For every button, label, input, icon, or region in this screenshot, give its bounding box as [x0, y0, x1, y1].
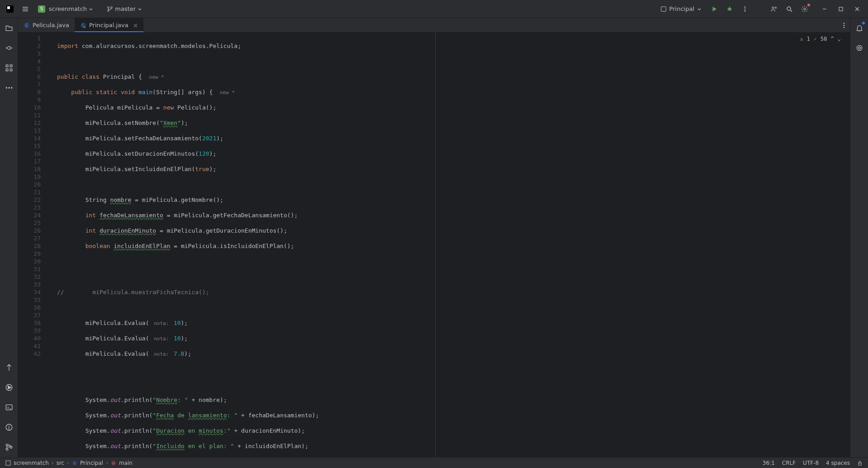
project-selector[interactable]: S screenmatch — [34, 4, 97, 14]
chevron-right-icon: › — [106, 460, 108, 466]
warning-icon: ⚠ — [800, 35, 803, 43]
tab-pelicula[interactable]: C Pelicula.java — [18, 18, 75, 32]
app-icon[interactable] — [4, 3, 16, 15]
svg-rect-30 — [6, 65, 8, 67]
editor-split-guide — [435, 33, 436, 457]
tab-label: Pelicula.java — [33, 22, 69, 29]
inspection-widget[interactable]: ⚠1 ✓58 ^ ⌄ — [800, 35, 841, 43]
services-tool-icon[interactable] — [3, 381, 15, 394]
chevron-up-icon[interactable]: ^ — [831, 35, 834, 43]
code-with-me-icon[interactable] — [768, 3, 780, 15]
svg-point-17 — [745, 10, 746, 12]
line-gutter: 1 2 3 4 5 6 7 8 9 10 11 12 13 14 15 16 1… — [18, 33, 44, 457]
tab-principal[interactable]: C Principal.java × — [75, 18, 144, 32]
svg-line-11 — [727, 8, 728, 9]
terminal-tool-icon[interactable] — [3, 401, 15, 414]
code-content[interactable]: import com.aluracursos.screenmatch.model… — [55, 33, 850, 457]
breadcrumb-method[interactable]: main — [119, 460, 133, 466]
build-tool-icon[interactable] — [3, 361, 15, 374]
breadcrumb-src[interactable]: src — [57, 460, 65, 466]
svg-point-6 — [108, 10, 109, 11]
project-badge: S — [38, 5, 45, 13]
svg-rect-1 — [7, 6, 10, 9]
readonly-lock-icon[interactable] — [857, 460, 863, 466]
svg-rect-31 — [10, 65, 12, 67]
chevron-down-icon — [138, 7, 142, 11]
chevron-right-icon: › — [67, 460, 69, 466]
commit-tool-icon[interactable] — [3, 42, 15, 54]
svg-point-52 — [844, 24, 845, 26]
maximize-button[interactable] — [834, 3, 848, 15]
svg-marker-38 — [8, 386, 11, 389]
breadcrumb-project[interactable]: screenmatch — [14, 460, 49, 466]
svg-point-22 — [804, 8, 806, 10]
branch-icon — [107, 6, 113, 12]
line-separator[interactable]: CRLF — [782, 460, 796, 466]
svg-point-54 — [857, 45, 862, 50]
main-menu-icon[interactable] — [19, 3, 32, 15]
svg-rect-32 — [6, 69, 8, 71]
java-runnable-class-icon: C — [80, 22, 86, 29]
svg-point-44 — [6, 448, 8, 450]
vcs-tool-icon[interactable] — [3, 441, 15, 454]
project-name-label: screenmatch — [49, 5, 87, 12]
tab-options-icon[interactable] — [841, 22, 847, 29]
main-area: C Pelicula.java C Principal.java × 1 2 3… — [0, 18, 868, 457]
chevron-right-icon: › — [52, 460, 54, 466]
run-button[interactable] — [708, 3, 721, 15]
check-count: 58 — [821, 35, 827, 43]
svg-rect-33 — [10, 69, 12, 71]
run-configuration[interactable]: Principal — [657, 4, 705, 14]
breadcrumb-file[interactable]: Principal — [80, 460, 103, 466]
ai-assistant-icon[interactable] — [853, 42, 866, 54]
svg-line-21 — [790, 10, 792, 12]
cursor-position[interactable]: 36:1 — [763, 460, 775, 466]
java-class-icon: C — [72, 460, 77, 466]
svg-point-45 — [10, 446, 12, 449]
check-icon: ✓ — [814, 35, 817, 43]
svg-rect-61 — [859, 463, 861, 465]
svg-point-36 — [10, 87, 12, 88]
left-tool-rail — [0, 18, 18, 457]
chevron-down-icon[interactable]: ⌄ — [838, 35, 841, 43]
notification-dot-icon — [862, 22, 865, 24]
editor-area: C Pelicula.java C Principal.java × 1 2 3… — [18, 18, 850, 457]
file-encoding[interactable]: UTF-8 — [803, 460, 819, 466]
editor[interactable]: 1 2 3 4 5 6 7 8 9 10 11 12 13 14 15 16 1… — [18, 33, 850, 457]
vcs-branch[interactable]: master — [103, 4, 146, 14]
close-button[interactable] — [850, 3, 864, 15]
notifications-icon[interactable] — [853, 22, 866, 34]
svg-point-53 — [844, 27, 845, 28]
java-class-icon: C — [24, 22, 30, 29]
debug-button[interactable] — [723, 3, 736, 15]
svg-point-43 — [6, 444, 8, 446]
problems-tool-icon[interactable] — [3, 421, 15, 434]
search-icon[interactable] — [783, 3, 796, 15]
chevron-down-icon — [697, 7, 702, 11]
svg-point-42 — [9, 429, 9, 429]
svg-text:C: C — [25, 23, 28, 27]
svg-point-27 — [7, 47, 10, 50]
minimize-button[interactable] — [817, 3, 832, 15]
svg-point-55 — [858, 47, 860, 49]
svg-point-5 — [108, 6, 109, 8]
structure-tool-icon[interactable] — [3, 62, 15, 74]
tab-label: Principal.java — [89, 22, 128, 29]
indent-setting[interactable]: 4 spaces — [826, 460, 850, 466]
project-tool-icon[interactable] — [3, 22, 15, 34]
svg-point-34 — [5, 87, 7, 88]
svg-point-15 — [745, 6, 746, 8]
settings-icon[interactable] — [798, 3, 811, 15]
more-actions-icon[interactable] — [739, 3, 751, 15]
svg-rect-56 — [6, 461, 10, 465]
branch-label: master — [115, 5, 136, 12]
update-indicator-icon — [807, 4, 810, 6]
run-config-label: Principal — [669, 5, 694, 12]
breadcrumb[interactable]: screenmatch › src › C Principal › m main — [5, 460, 133, 466]
method-icon: m — [111, 460, 116, 466]
svg-point-18 — [772, 7, 774, 9]
svg-text:m: m — [112, 461, 115, 465]
close-tab-icon[interactable]: × — [133, 22, 138, 29]
more-tools-icon[interactable] — [3, 81, 15, 94]
svg-point-51 — [844, 23, 845, 24]
